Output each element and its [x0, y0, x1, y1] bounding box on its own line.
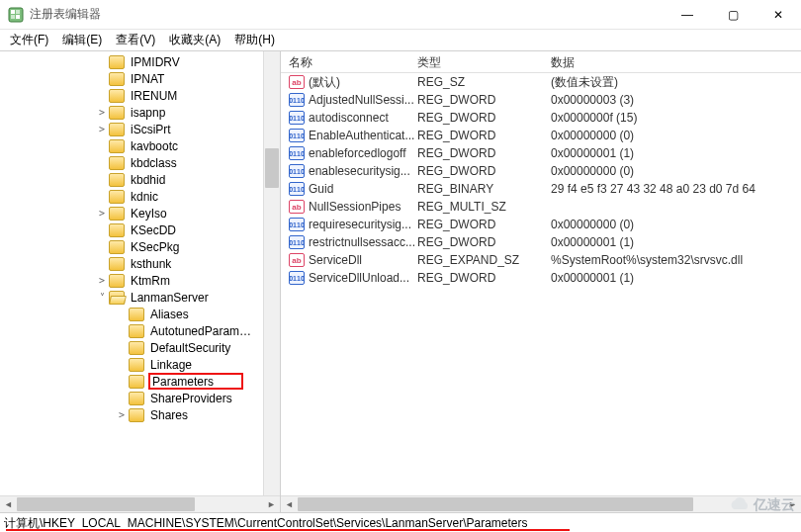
tree-scroll[interactable]: IPMIDRVIPNATIRENUM>isapnp>iScsiPrtkavboo…	[0, 51, 280, 495]
tree-node[interactable]: Linkage	[0, 356, 280, 373]
value-type: REG_DWORD	[409, 215, 543, 234]
folder-icon	[109, 139, 125, 153]
folder-icon	[129, 408, 144, 422]
values-horizontal-scrollbar[interactable]: ◄ ►	[281, 495, 801, 512]
value-name-cell: abServiceDll	[281, 250, 409, 270]
value-row[interactable]: 0110enablesecuritysig...REG_DWORD0x00000…	[281, 162, 801, 180]
tree-node-label: kbdhid	[129, 173, 167, 187]
tree-node[interactable]: >isapnp	[0, 104, 280, 121]
value-row[interactable]: 0110GuidREG_BINARY29 f4 e5 f3 27 43 32 4…	[281, 180, 801, 198]
value-data: 0x00000001 (1)	[543, 268, 801, 288]
chevron-right-icon[interactable]: >	[95, 107, 109, 118]
binary-value-icon: 0110	[289, 146, 305, 160]
tree-vertical-scrollbar[interactable]	[263, 51, 280, 495]
scrollbar-track[interactable]	[17, 496, 263, 512]
chevron-right-icon[interactable]: >	[95, 275, 109, 286]
scrollbar-thumb[interactable]	[17, 497, 195, 511]
tree-node[interactable]: IPNAT	[0, 70, 280, 87]
app-icon	[8, 7, 24, 23]
value-data	[543, 204, 801, 210]
tree-node[interactable]: ShareProviders	[0, 390, 280, 406]
scroll-right-arrow[interactable]: ►	[263, 496, 280, 512]
tree-node[interactable]: kdnic	[0, 188, 280, 205]
tree-horizontal-scrollbar[interactable]: ◄ ►	[0, 495, 280, 512]
tree-node-label: IPNAT	[129, 72, 166, 86]
value-row[interactable]: 0110ServiceDllUnload...REG_DWORD0x000000…	[281, 269, 801, 287]
close-button[interactable]: ✕	[756, 0, 801, 29]
tree-pane: IPMIDRVIPNATIRENUM>isapnp>iScsiPrtkavboo…	[0, 51, 281, 512]
tree-node[interactable]: >KeyIso	[0, 205, 280, 222]
tree-node[interactable]: ˅LanmanServer	[0, 289, 280, 306]
menu-view[interactable]: 查看(V)	[110, 30, 161, 50]
value-name: EnableAuthenticat...	[309, 129, 414, 142]
window-title: 注册表编辑器	[30, 6, 665, 23]
value-name: ServiceDll	[309, 253, 362, 267]
chevron-right-icon[interactable]: >	[115, 409, 129, 420]
column-name[interactable]: 名称	[281, 51, 409, 72]
value-data: 0x0000000f (15)	[543, 108, 801, 128]
value-row[interactable]: 0110AdjustedNullSessi...REG_DWORD0x00000…	[281, 91, 801, 109]
value-row[interactable]: 0110restrictnullsessacc...REG_DWORD0x000…	[281, 233, 801, 251]
value-row[interactable]: abServiceDllREG_EXPAND_SZ%SystemRoot%\sy…	[281, 251, 801, 269]
value-row[interactable]: 0110autodisconnectREG_DWORD0x0000000f (1…	[281, 109, 801, 127]
maximize-button[interactable]: ▢	[710, 0, 756, 29]
title-bar: 注册表编辑器 — ▢ ✕	[0, 0, 801, 30]
tree-node[interactable]: >KtmRm	[0, 272, 280, 289]
menu-edit[interactable]: 编辑(E)	[56, 30, 108, 50]
tree-node[interactable]: IPMIDRV	[0, 53, 280, 70]
scrollbar-track[interactable]	[298, 496, 784, 512]
menu-favorites[interactable]: 收藏夹(A)	[163, 30, 226, 50]
minimize-button[interactable]: —	[665, 0, 710, 29]
value-row[interactable]: abNullSessionPipesREG_MULTI_SZ	[281, 198, 801, 216]
value-name: AdjustedNullSessi...	[309, 93, 414, 107]
value-type: REG_DWORD	[409, 161, 543, 181]
value-row[interactable]: 0110requiresecuritysig...REG_DWORD0x0000…	[281, 216, 801, 233]
folder-icon	[109, 190, 125, 204]
folder-icon	[109, 207, 125, 221]
scroll-left-arrow[interactable]: ◄	[281, 496, 298, 512]
tree-node-label: Aliases	[148, 308, 191, 321]
tree-node[interactable]: >iScsiPrt	[0, 121, 280, 137]
scroll-right-arrow[interactable]: ►	[784, 496, 801, 512]
tree-node-label: Parameters	[148, 373, 243, 390]
value-type: REG_DWORD	[409, 126, 543, 145]
value-row[interactable]: ab(默认)REG_SZ(数值未设置)	[281, 73, 801, 91]
scrollbar-thumb[interactable]	[298, 497, 693, 511]
tree-node[interactable]: Parameters	[0, 373, 280, 390]
chevron-right-icon[interactable]: >	[95, 124, 109, 134]
tree-node[interactable]: kbdhid	[0, 171, 280, 188]
tree-node-label: AutotunedParam…	[148, 324, 253, 338]
column-type[interactable]: 类型	[409, 51, 543, 72]
value-data: 0x00000000 (0)	[543, 126, 801, 145]
value-name: Guid	[309, 182, 333, 196]
tree-node[interactable]: IRENUM	[0, 87, 280, 104]
value-type: REG_DWORD	[409, 232, 543, 252]
menu-help[interactable]: 帮助(H)	[228, 30, 281, 50]
value-data: 0x00000000 (0)	[543, 161, 801, 181]
value-row[interactable]: 0110enableforcedlogoffREG_DWORD0x0000000…	[281, 144, 801, 162]
tree-node[interactable]: DefaultSecurity	[0, 339, 280, 356]
menu-file[interactable]: 文件(F)	[4, 30, 54, 50]
tree-node[interactable]: >Shares	[0, 406, 280, 423]
tree-node[interactable]: KSecDD	[0, 222, 280, 238]
chevron-right-icon[interactable]: >	[95, 208, 109, 219]
column-data[interactable]: 数据	[543, 51, 801, 72]
svg-rect-4	[16, 15, 20, 19]
tree-node[interactable]: Aliases	[0, 306, 280, 322]
tree-node-label: ksthunk	[129, 257, 173, 271]
tree-node-label: LanmanServer	[129, 291, 211, 305]
value-row[interactable]: 0110EnableAuthenticat...REG_DWORD0x00000…	[281, 127, 801, 144]
scroll-left-arrow[interactable]: ◄	[0, 496, 17, 512]
tree-node[interactable]: kavbootc	[0, 137, 280, 154]
folder-icon	[109, 240, 125, 254]
chevron-down-icon[interactable]: ˅	[95, 292, 109, 303]
string-value-icon: ab	[289, 253, 305, 267]
tree-node[interactable]: AutotunedParam…	[0, 322, 280, 339]
tree-node[interactable]: ksthunk	[0, 255, 280, 272]
folder-icon	[129, 392, 144, 405]
tree-node[interactable]: KSecPkg	[0, 238, 280, 255]
scrollbar-thumb[interactable]	[265, 148, 279, 188]
binary-value-icon: 0110	[289, 182, 305, 196]
tree-node[interactable]: kbdclass	[0, 154, 280, 171]
folder-icon	[129, 341, 144, 355]
